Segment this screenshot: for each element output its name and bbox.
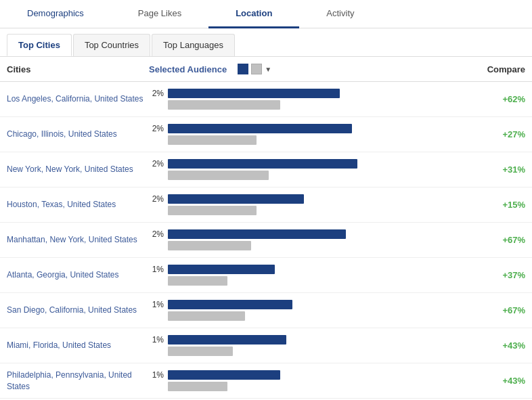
percentage-label: 2%	[149, 124, 164, 133]
table-row: Miami, Florida, United States1%+43%	[0, 328, 532, 363]
gray-bar-row	[149, 276, 464, 286]
blue-bar-row: 2%	[149, 159, 464, 169]
gray-bar-container	[168, 171, 464, 180]
city-name[interactable]: Atlanta, Georgia, United States	[7, 269, 149, 281]
city-name[interactable]: Chicago, Illinois, United States	[7, 129, 149, 140]
sub-nav-tab-top-cities[interactable]: Top Cities	[7, 34, 72, 56]
table-row: New York, New York, United States2%+31%	[0, 152, 532, 187]
top-nav: DemographicsPage LikesLocationActivity	[0, 0, 532, 28]
sub-nav-tab-top-languages[interactable]: Top Languages	[152, 34, 235, 56]
compare-value: +43%	[471, 376, 525, 386]
percentage-label: 1%	[149, 300, 164, 309]
top-nav-tab-demographics[interactable]: Demographics	[0, 0, 111, 28]
sub-nav: Top CitiesTop CountriesTop Languages	[0, 28, 532, 57]
bar-group: 2%	[149, 124, 471, 145]
compare-value: +43%	[471, 340, 525, 351]
table-header: Cities Selected Audience ▼ Compare	[0, 57, 532, 82]
city-name[interactable]: Los Angeles, California, United States	[7, 93, 149, 105]
sub-nav-tab-top-countries[interactable]: Top Countries	[73, 34, 150, 56]
percentage-label: 2%	[149, 89, 164, 98]
gray-bar-container	[168, 135, 464, 145]
table-row: Chicago, Illinois, United States2%+27%	[0, 117, 532, 152]
table-row: Manhattan, New York, United States2%+67%	[0, 223, 532, 258]
gray-bar-row	[149, 171, 464, 180]
table-row: Philadelphia, Pennsylvania, United State…	[0, 363, 532, 399]
gray-bar-row	[149, 311, 464, 321]
audience-label: Selected Audience	[149, 64, 227, 74]
city-name[interactable]: Houston, Texas, United States	[7, 199, 149, 210]
gray-bar	[168, 135, 257, 145]
bar-group: 2%	[149, 89, 471, 110]
compare-value: +15%	[471, 200, 525, 210]
blue-bar-container	[168, 124, 464, 133]
blue-bar	[168, 89, 340, 98]
gray-bar	[168, 382, 227, 391]
blue-bar	[168, 300, 292, 309]
gray-legend-box	[251, 64, 262, 74]
blue-bar	[168, 124, 352, 133]
bar-group: 2%	[149, 159, 471, 180]
percentage-label: 1%	[149, 265, 164, 274]
city-name[interactable]: Manhattan, New York, United States	[7, 234, 149, 246]
gray-bar-row	[149, 241, 464, 250]
gray-bar	[168, 100, 280, 110]
blue-bar	[168, 370, 280, 380]
gray-bar-container	[168, 100, 464, 110]
blue-bar-container	[168, 89, 464, 98]
compare-value: +62%	[471, 94, 525, 104]
blue-bar-container	[168, 194, 464, 204]
city-name[interactable]: San Diego, California, United States	[7, 305, 149, 316]
blue-bar-row: 1%	[149, 335, 464, 345]
blue-bar-container	[168, 229, 464, 239]
table-row: San Diego, California, United States1%+6…	[0, 293, 532, 328]
gray-bar-container	[168, 206, 464, 215]
city-name[interactable]: New York, New York, United States	[7, 164, 149, 175]
top-nav-tab-page-likes[interactable]: Page Likes	[111, 0, 208, 28]
bar-group: 2%	[149, 194, 471, 215]
blue-bar-row: 2%	[149, 229, 464, 239]
gray-bar	[168, 241, 251, 250]
blue-bar-container	[168, 335, 464, 345]
compare-value: +37%	[471, 270, 525, 280]
bar-group: 1%	[149, 335, 471, 356]
blue-bar	[168, 229, 346, 239]
city-name[interactable]: Philadelphia, Pennsylvania, United State…	[7, 370, 149, 393]
blue-bar	[168, 335, 286, 345]
gray-bar-row	[149, 382, 464, 391]
compare-value: +27%	[471, 129, 525, 139]
gray-bar-container	[168, 241, 464, 250]
table-row: Los Angeles, California, United States2%…	[0, 82, 532, 117]
blue-bar	[168, 159, 357, 169]
city-column-header: Cities	[7, 64, 149, 74]
gray-bar-container	[168, 382, 464, 391]
blue-bar-container	[168, 300, 464, 309]
blue-bar-row: 2%	[149, 124, 464, 133]
legend-dropdown[interactable]: ▼	[265, 66, 271, 73]
gray-bar-container	[168, 347, 464, 356]
bar-group: 2%	[149, 229, 471, 250]
audience-column-header: Selected Audience ▼	[149, 64, 471, 74]
top-nav-tab-location[interactable]: Location	[208, 0, 299, 28]
percentage-label: 2%	[149, 229, 164, 239]
blue-bar	[168, 194, 304, 204]
gray-bar-container	[168, 311, 464, 321]
blue-bar-container	[168, 159, 464, 169]
legend-icons: ▼	[238, 64, 271, 74]
percentage-label: 2%	[149, 194, 164, 204]
compare-value: +67%	[471, 235, 525, 245]
percentage-label: 1%	[149, 335, 164, 345]
city-name[interactable]: Miami, Florida, United States	[7, 340, 149, 351]
blue-bar-row: 1%	[149, 300, 464, 309]
blue-bar-row: 2%	[149, 194, 464, 204]
gray-bar	[168, 347, 233, 356]
blue-bar-row: 1%	[149, 265, 464, 274]
gray-bar	[168, 311, 245, 321]
bar-group: 1%	[149, 265, 471, 286]
gray-bar-row	[149, 100, 464, 110]
top-nav-tab-activity[interactable]: Activity	[299, 0, 381, 28]
gray-bar-row	[149, 206, 464, 215]
blue-bar-container	[168, 265, 464, 274]
gray-bar	[168, 276, 227, 286]
blue-bar-row: 2%	[149, 89, 464, 98]
gray-bar-row	[149, 135, 464, 145]
